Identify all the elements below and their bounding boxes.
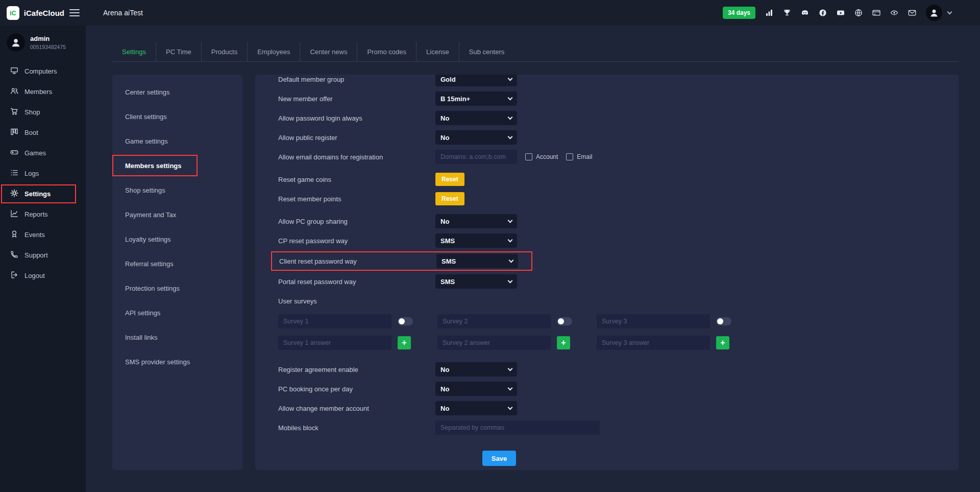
allow-password-login-select[interactable]: No [435,111,517,125]
settings-nav-shop[interactable]: Shop settings [112,178,242,202]
sidebar-item-boot[interactable]: Boot [0,122,86,143]
field-label: PC booking once per day [278,385,435,393]
sidebar-item-support[interactable]: Support [0,245,86,265]
survey-3-toggle[interactable] [716,317,731,325]
survey-2-input[interactable] [437,314,551,329]
discord-icon[interactable] [801,9,809,17]
sidebar-item-label: Shop [24,108,40,116]
field-label: Portal reset password way [278,278,435,286]
tab-settings[interactable]: Settings [112,42,156,61]
form-row-portal-reset-password: Portal reset password way SMS [278,272,938,291]
trophy-icon[interactable] [783,9,791,17]
brand[interactable]: iC iCafeCloud [0,6,64,20]
settings-nav-loyalty[interactable]: Loyalty settings [112,227,242,251]
checkbox-label: Email [577,153,592,160]
settings-nav-protection[interactable]: Protection settings [112,276,242,300]
facebook-icon[interactable] [819,9,827,17]
sidebar-user[interactable]: admin 005193482475 [0,26,86,61]
survey-3-input[interactable] [597,314,710,329]
sidebar-item-label: Settings [24,190,51,198]
center-title: Arena aiTest [103,9,143,17]
sidebar-item-logs[interactable]: Logs [0,163,86,183]
survey-1-add-button[interactable]: + [398,336,411,349]
form-row-change-member-account: Allow change member account No [278,399,938,418]
tab-center-news[interactable]: Center news [300,42,357,61]
eye-icon[interactable] [890,9,898,17]
mail-icon[interactable] [908,9,916,17]
survey-2-add-button[interactable]: + [557,336,570,349]
license-days-badge[interactable]: 34 days [723,7,755,19]
register-agreement-select[interactable]: No [435,362,517,377]
highlight-box-settings: Settings [1,184,76,203]
stats-icon[interactable] [765,9,773,17]
sidebar-item-members[interactable]: Members [0,81,86,102]
card-icon[interactable] [872,9,880,17]
save-button[interactable]: Save [482,451,516,466]
sidebar-item-reports[interactable]: Reports [0,204,86,224]
settings-nav-referral[interactable]: Referral settings [112,251,242,276]
form-row-reset-member-points: Reset member points Reset [278,189,938,208]
email-checkbox[interactable] [566,153,573,160]
sidebar-item-events[interactable]: Events [0,224,86,245]
form-row-email-domains: Allow email domains for registration Acc… [278,147,938,167]
tab-sub-centers[interactable]: Sub centers [459,42,514,61]
survey-1-answer-input[interactable] [278,336,391,350]
survey-2-answer-cell: + [437,336,597,350]
tab-employees[interactable]: Employees [248,42,300,61]
settings-nav-members[interactable]: Members settings [113,156,197,175]
tab-license[interactable]: License [416,42,459,61]
user-id: 005193482475 [30,44,66,50]
settings-nav-api[interactable]: API settings [112,300,242,325]
survey-1-input[interactable] [278,314,391,329]
field-label: Client reset password way [279,257,436,265]
cp-reset-password-select[interactable]: SMS [435,233,517,248]
medal-icon [10,230,18,240]
settings-nav-sms-provider[interactable]: SMS provider settings [112,349,242,374]
survey-3-add-button[interactable]: + [716,336,729,349]
chevron-down-icon [508,115,513,120]
mobiles-block-input[interactable] [435,420,600,435]
settings-nav-client[interactable]: Client settings [112,104,242,129]
client-reset-password-select[interactable]: SMS [436,254,518,268]
brand-name: iCafeCloud [24,9,64,17]
globe-icon[interactable] [854,9,863,17]
reset-member-points-button[interactable]: Reset [435,192,464,205]
tab-pc-time[interactable]: PC Time [156,42,202,61]
youtube-icon[interactable] [837,9,845,17]
topbar-actions: 34 days [723,5,980,21]
tab-products[interactable]: Products [202,42,248,61]
sidebar-item-settings[interactable]: Settings [2,185,75,202]
allow-public-register-select[interactable]: No [435,130,517,145]
default-member-group-select[interactable]: Gold [435,75,517,86]
chevron-down-icon[interactable] [947,10,952,15]
email-domains-input[interactable] [435,150,517,164]
chevron-down-icon [508,238,513,243]
survey-2-answer-input[interactable] [437,336,551,350]
new-member-offer-select[interactable]: B 15min+ [435,91,517,106]
field-label: New member offer [278,95,435,103]
survey-2-cell [437,314,597,329]
settings-nav-payment-tax[interactable]: Payment and Tax [112,202,242,227]
survey-2-toggle[interactable] [557,317,572,325]
survey-3-answer-input[interactable] [597,336,710,350]
account-checkbox[interactable] [525,153,532,160]
chart-icon [10,209,18,219]
menu-icon[interactable] [69,9,80,16]
pc-booking-select[interactable]: No [435,382,517,396]
chevron-down-icon [508,96,513,101]
tab-promo-codes[interactable]: Promo codes [357,42,416,61]
pc-group-sharing-select[interactable]: No [435,214,517,228]
sidebar-item-computers[interactable]: Computers [0,61,86,81]
survey-1-toggle[interactable] [398,317,413,325]
settings-nav-game[interactable]: Game settings [112,129,242,153]
reset-game-coins-button[interactable]: Reset [435,173,464,186]
portal-reset-password-select[interactable]: SMS [435,274,517,289]
user-avatar[interactable] [926,5,942,21]
sidebar-item-games[interactable]: Games [0,143,86,163]
settings-nav-center[interactable]: Center settings [112,80,242,104]
change-member-account-select[interactable]: No [435,401,517,415]
form-row-default-member-group: Default member group Gold [278,75,938,89]
settings-nav-install-links[interactable]: Install links [112,325,242,349]
sidebar-item-logout[interactable]: Logout [0,265,86,286]
sidebar-item-shop[interactable]: Shop [0,102,86,122]
